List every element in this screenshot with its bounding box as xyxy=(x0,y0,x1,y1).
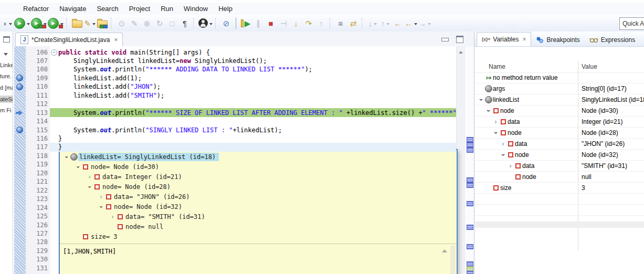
breakpoint-icon[interactable] xyxy=(16,83,23,90)
code-line-text[interactable] xyxy=(50,195,456,204)
code-line[interactable]: 125 xyxy=(13,212,456,221)
variable-row[interactable] xyxy=(474,194,644,205)
gutter-marker-111[interactable] xyxy=(13,91,26,100)
step-into-button[interactable]: ↓ xyxy=(290,17,302,29)
scroll-up-arrow-icon[interactable] xyxy=(459,49,463,54)
overview-annotation-marker[interactable] xyxy=(467,142,473,147)
gutter-marker-116[interactable] xyxy=(13,134,26,143)
variable-row[interactable]: argsString[0] (id=17) xyxy=(474,83,644,94)
dropdown-caret-icon[interactable] xyxy=(209,23,213,27)
column-header-value[interactable]: Value xyxy=(582,63,597,70)
gutter-marker-120[interactable] xyxy=(13,169,26,177)
gutter-marker-130[interactable] xyxy=(13,255,26,264)
gutter-marker-107[interactable] xyxy=(13,57,26,65)
save-layout-button[interactable]: ↑ xyxy=(379,17,391,29)
show-whitespace-button[interactable]: ¶ xyxy=(179,17,191,29)
dropdown-caret-icon[interactable] xyxy=(414,23,417,27)
gutter-marker-112[interactable] xyxy=(13,100,26,108)
expander-icon[interactable]: › xyxy=(478,96,484,103)
disconnect-button[interactable]: ⊣ xyxy=(278,17,289,29)
code-line[interactable]: 118 xyxy=(13,151,456,160)
code-line[interactable]: 131 xyxy=(13,264,456,272)
code-line-text[interactable] xyxy=(50,186,456,195)
gutter-marker-118[interactable] xyxy=(13,152,26,160)
overview-annotation-marker[interactable] xyxy=(467,177,473,183)
menu-project[interactable]: Project xyxy=(124,3,155,14)
last-edit-location-button[interactable]: ← xyxy=(392,17,404,29)
code-line[interactable]: 113 System.out.println("****** SIZE OF L… xyxy=(13,108,456,117)
overview-annotation-marker[interactable] xyxy=(467,271,473,274)
variable-row[interactable]: ↦no method return value xyxy=(474,72,644,83)
code-line[interactable]: 119 xyxy=(13,160,456,169)
code-line[interactable]: 126 xyxy=(13,220,456,229)
terminate-button[interactable]: ■ xyxy=(265,17,277,29)
menu-run[interactable]: Run xyxy=(155,3,178,14)
code-line[interactable]: 130 xyxy=(13,255,456,264)
load-layout-button[interactable]: ↓ xyxy=(367,17,378,29)
back-button[interactable]: ← xyxy=(405,17,417,29)
restore-panel-icon[interactable] xyxy=(3,36,10,43)
variable-row[interactable]: ›nodeNode (id=30) xyxy=(474,106,644,117)
gutter-marker-121[interactable] xyxy=(13,177,26,186)
debug-tree-item-fragment[interactable]: ateSi xyxy=(0,96,13,103)
variables-table-header[interactable]: Name Value xyxy=(474,61,644,73)
overview-ruler[interactable] xyxy=(464,46,474,274)
gutter-marker-131[interactable] xyxy=(13,264,26,272)
gutter-marker-126[interactable] xyxy=(13,221,26,229)
skip-all-breakpoints-button[interactable]: ⊘ xyxy=(220,17,232,29)
code-line[interactable]: 106−public static void main(String[] arg… xyxy=(13,48,456,57)
code-line[interactable]: 107 SinglyLinkedList linkedList=new Sing… xyxy=(13,56,456,65)
suspend-button[interactable]: ∥ xyxy=(252,17,264,29)
code-line-text[interactable] xyxy=(50,220,456,229)
code-line-text[interactable]: linkedList.add("SMITH"); xyxy=(50,91,456,100)
run-button[interactable]: ▶ xyxy=(14,17,30,29)
code-line-text[interactable]: linkedList.add("JHON"); xyxy=(50,82,456,91)
variable-row[interactable]: ›data"JHON" (id=26) xyxy=(474,139,644,150)
gutter-marker-129[interactable] xyxy=(13,247,26,255)
tab-expressions[interactable]: Expressions xyxy=(585,33,640,46)
clipped-left-button[interactable]: ◗ xyxy=(2,17,13,29)
menu-navigate[interactable]: Navigate xyxy=(54,3,91,14)
coverage-button[interactable]: ▶ xyxy=(31,17,47,29)
close-icon[interactable]: × xyxy=(522,36,526,43)
dropdown-caret-icon[interactable] xyxy=(92,23,96,27)
code-line-text[interactable] xyxy=(50,100,456,109)
overview-annotation-marker[interactable] xyxy=(467,147,473,153)
editor-tab-createsinglilinkedlist[interactable]: J *CreateSingliLinkedList.java × xyxy=(15,33,123,46)
code-line-text[interactable] xyxy=(50,264,456,272)
expander-icon[interactable]: › xyxy=(507,162,514,170)
drop-to-frame-button[interactable]: ≡ xyxy=(335,17,346,29)
code-line-text[interactable]: SinglyLinkedList linkedList=new SinglyLi… xyxy=(50,56,456,65)
forward-button[interactable]: → xyxy=(418,17,431,29)
code-line-text[interactable]: } xyxy=(50,143,456,152)
gutter-marker-123[interactable] xyxy=(13,195,26,203)
code-line-text[interactable] xyxy=(50,160,456,169)
gutter-marker-128[interactable] xyxy=(13,238,26,246)
debug-tree-item-fragment[interactable]: m Fi xyxy=(0,107,13,114)
maximize-icon[interactable] xyxy=(456,36,463,43)
new-annotation-button[interactable]: ✎ xyxy=(84,17,96,29)
code-line-text[interactable] xyxy=(50,117,456,126)
code-line-text[interactable]: } xyxy=(50,134,456,143)
tab-breakpoints[interactable]: Breakpoints xyxy=(531,33,584,46)
open-task-button[interactable] xyxy=(71,17,83,29)
menu-help[interactable]: Help xyxy=(213,3,238,14)
quick-access-box[interactable]: Quick Access xyxy=(619,17,644,30)
breakpoint-icon[interactable] xyxy=(16,127,23,133)
format-source-button[interactable]: ✎ xyxy=(129,17,140,29)
code-line[interactable]: 124 xyxy=(13,203,456,212)
code-line-text[interactable]: linkedList.add(1); xyxy=(50,73,456,82)
debug-tree-item-fragment[interactable]: ture. xyxy=(0,72,13,80)
open-web-browser-button[interactable] xyxy=(97,17,108,29)
variable-row[interactable]: size3 xyxy=(474,183,644,194)
code-line[interactable]: 109 linkedList.add(1); xyxy=(13,73,456,82)
code-line[interactable]: 117} xyxy=(13,143,456,152)
code-line[interactable]: 114 xyxy=(13,117,456,126)
variable-row[interactable]: ›data"SMITH" (id=31) xyxy=(474,161,644,172)
code-line-text[interactable] xyxy=(50,177,456,186)
debug-tree-item-fragment[interactable]: d [ma xyxy=(0,84,13,91)
variable-row[interactable]: ›nodeNode (id=32) xyxy=(474,150,644,161)
gutter-marker-122[interactable] xyxy=(13,186,26,195)
collapse-icon[interactable]: − xyxy=(51,49,57,56)
refresh-button[interactable]: ↻ xyxy=(154,17,165,29)
